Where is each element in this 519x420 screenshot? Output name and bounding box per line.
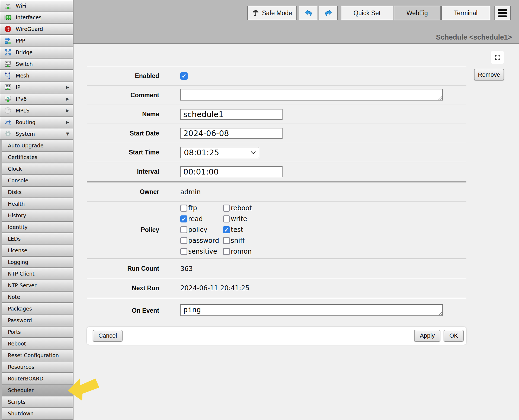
redo-icon	[324, 9, 333, 17]
sidebar-item-scheduler[interactable]: Scheduler	[2, 385, 73, 396]
start-date-input[interactable]	[180, 128, 283, 139]
sidebar-item-ntp-client[interactable]: NTP Client	[2, 268, 73, 279]
sidebar-item-label: MPLS	[16, 108, 30, 114]
write-checkbox[interactable]	[223, 215, 230, 222]
comment-input[interactable]	[180, 89, 443, 101]
sidebar-item-packages[interactable]: Packages	[2, 303, 73, 314]
apply-label: Apply	[420, 332, 435, 339]
policy-checkbox[interactable]	[180, 226, 187, 233]
read-checkbox[interactable]	[180, 215, 187, 222]
undo-button[interactable]	[299, 6, 318, 20]
sensitive-checkbox[interactable]	[180, 248, 187, 255]
sidebar-item-bridge[interactable]: Bridge	[0, 47, 73, 58]
tab-terminal[interactable]: Terminal	[441, 6, 490, 20]
romon-checkbox[interactable]	[223, 248, 230, 255]
tab-webfig[interactable]: WebFig	[394, 6, 441, 20]
sidebar-item-license[interactable]: License	[2, 245, 73, 256]
sidebar-item-scripts[interactable]: Scripts	[2, 396, 73, 408]
sidebar-item-health[interactable]: Health	[2, 198, 73, 209]
redo-button[interactable]	[319, 6, 338, 20]
sidebar-item-clock[interactable]: Clock	[2, 163, 73, 175]
policy-option-sensitive: sensitive	[180, 248, 223, 255]
chevron-right-icon: ▶	[66, 120, 69, 125]
sidebar-item-disks[interactable]: Disks	[2, 186, 73, 198]
sidebar-item-interfaces[interactable]: Interfaces	[0, 12, 73, 23]
name-input[interactable]	[180, 109, 283, 120]
start-time-select[interactable]: 08:01:25	[180, 147, 259, 158]
sidebar-item-shutdown[interactable]: Shutdown	[2, 408, 73, 419]
policy-option-ftp: ftp	[180, 204, 223, 212]
safe-mode-button[interactable]: Safe Mode	[247, 6, 297, 20]
sniff-checkbox[interactable]	[223, 237, 230, 244]
owner-value: admin	[180, 188, 201, 196]
policy-option-reboot: reboot	[223, 204, 252, 212]
sidebar-item-label: Console	[8, 177, 28, 183]
sidebar-item-system[interactable]: System▼	[0, 128, 73, 140]
sidebar-item-ppp[interactable]: PPP	[0, 35, 73, 46]
enabled-checkbox[interactable]	[180, 72, 188, 80]
sidebar-item-mesh[interactable]: Mesh	[0, 70, 73, 81]
interval-input[interactable]	[180, 166, 283, 177]
hamburger-menu-button[interactable]	[494, 6, 511, 20]
sidebar-item-label: Health	[8, 201, 25, 207]
sidebar-item-reboot[interactable]: Reboot	[2, 338, 73, 349]
policy-grid: ftprebootreadwritepolicytestpasswordsnif…	[180, 201, 252, 259]
ftp-checkbox[interactable]	[180, 205, 187, 212]
sidebar-item-leds[interactable]: LEDs	[2, 233, 73, 244]
next-run-row: Next Run 2024-06-11 20:41:25	[87, 278, 466, 298]
sidebar-item-wifi[interactable]: WiFi	[0, 0, 73, 11]
cancel-button[interactable]: Cancel	[93, 330, 123, 342]
sidebar-item-label: Auto Upgrade	[8, 143, 43, 148]
sidebar-item-mpls[interactable]: MPLS▶	[0, 105, 73, 116]
policy-option-policy: policy	[180, 226, 223, 234]
on-event-input[interactable]: ping	[180, 304, 443, 316]
policy-option-read: read	[180, 215, 223, 223]
sidebar-item-label: LEDs	[8, 236, 21, 242]
sidebar-item-wireguard[interactable]: WireGuard	[0, 23, 73, 35]
sidebar-item-resources[interactable]: Resources	[2, 361, 73, 373]
checkbox-label: password	[188, 237, 219, 244]
tab-quick-set[interactable]: Quick Set	[341, 6, 393, 20]
sidebar-item-ipv6[interactable]: √6IPv6▶	[0, 93, 73, 105]
sidebar-item-label: IP	[16, 84, 20, 90]
ok-button[interactable]: OK	[444, 330, 464, 342]
sidebar-item-label: License	[8, 247, 27, 253]
comment-label: Comment	[87, 92, 159, 99]
sidebar-item-console[interactable]: Console	[2, 175, 73, 186]
sidebar-item-label: Password	[8, 317, 32, 323]
sidebar-item-label: Scripts	[8, 399, 25, 405]
sidebar-item-label: History	[8, 212, 26, 218]
password-checkbox[interactable]	[180, 237, 187, 244]
sidebar-item-ntp-server[interactable]: NTP Server	[2, 280, 73, 291]
hamburger-icon	[498, 9, 507, 11]
sidebar-item-logging[interactable]: Logging	[2, 256, 73, 268]
sidebar-item-identity[interactable]: Identity	[2, 221, 73, 233]
sidebar-item-routerboard[interactable]: RouterBOARD	[2, 373, 73, 384]
policy-option-write: write	[223, 215, 252, 223]
start-date-label: Start Date	[87, 130, 159, 137]
sidebar-item-label: Disks	[8, 189, 22, 195]
apply-button[interactable]: Apply	[414, 330, 440, 342]
checkbox-label: sensitive	[188, 248, 217, 255]
remove-button[interactable]: Remove	[474, 69, 504, 80]
sidebar-item-certificates[interactable]: Certificates	[2, 151, 73, 163]
sidebar-item-password[interactable]: Password	[2, 315, 73, 326]
sidebar-item-switch[interactable]: Switch	[0, 58, 73, 70]
schedule-form: Enabled Comment Name Start Date	[87, 44, 466, 322]
sidebar-item-history[interactable]: History	[2, 210, 73, 221]
sidebar-item-routing[interactable]: Routing▶	[0, 117, 73, 128]
test-checkbox[interactable]	[223, 226, 230, 233]
sidebar-item-ports[interactable]: Ports	[2, 326, 73, 338]
run-count-label: Run Count	[87, 265, 159, 272]
next-run-label: Next Run	[87, 285, 159, 292]
sidebar-item-reset-configuration[interactable]: Reset Configuration	[2, 350, 73, 361]
start-time-label: Start Time	[87, 149, 159, 156]
fullscreen-button[interactable]	[491, 51, 504, 64]
chevron-right-icon: ▶	[66, 85, 69, 90]
reboot-checkbox[interactable]	[223, 205, 230, 212]
remove-label: Remove	[478, 71, 500, 78]
sidebar-item-auto-upgrade[interactable]: Auto Upgrade	[2, 140, 73, 151]
sidebar: WiFiInterfacesWireGuardPPPBridgeSwitchMe…	[0, 0, 73, 420]
sidebar-item-note[interactable]: Note	[2, 291, 73, 303]
sidebar-item-ip[interactable]: 255IP▶	[0, 82, 73, 93]
